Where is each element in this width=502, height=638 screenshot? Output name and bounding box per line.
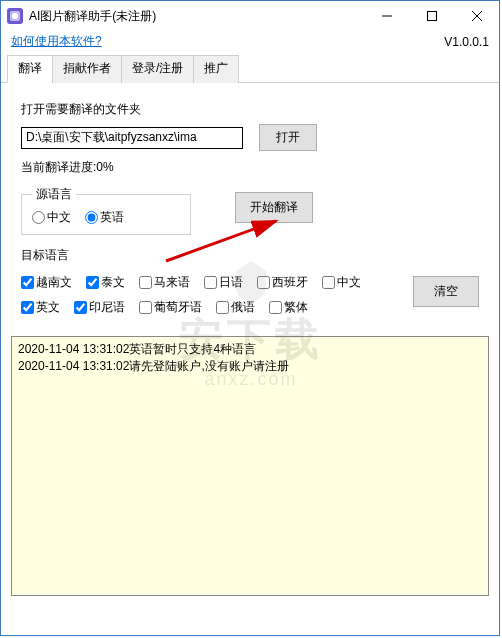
maximize-button[interactable]: [409, 2, 454, 30]
close-button[interactable]: [454, 2, 499, 30]
check-spanish[interactable]: 西班牙: [257, 274, 308, 291]
check-indonesian[interactable]: 印尼语: [74, 299, 125, 316]
app-icon: [7, 8, 23, 24]
help-link[interactable]: 如何使用本软件?: [11, 33, 102, 50]
radio-chinese[interactable]: 中文: [32, 209, 71, 226]
folder-path-input[interactable]: [21, 127, 243, 149]
check-chinese[interactable]: 中文: [322, 274, 361, 291]
tab-donate[interactable]: 捐献作者: [52, 55, 122, 83]
tab-promo[interactable]: 推广: [193, 55, 239, 83]
check-malay[interactable]: 马来语: [139, 274, 190, 291]
version-label: V1.0.0.1: [444, 35, 489, 49]
open-button[interactable]: 打开: [259, 124, 317, 151]
titlebar: AI图片翻译助手(未注册): [1, 1, 499, 31]
check-traditional[interactable]: 繁体: [269, 299, 308, 316]
tab-login[interactable]: 登录/注册: [121, 55, 194, 83]
start-translate-button[interactable]: 开始翻译: [235, 192, 313, 223]
minimize-button[interactable]: [364, 2, 409, 30]
log-area[interactable]: 2020-11-04 13:31:02英语暂时只支持4种语言 2020-11-0…: [11, 336, 489, 596]
source-lang-legend: 源语言: [32, 186, 76, 203]
check-vietnamese[interactable]: 越南文: [21, 274, 72, 291]
tab-translate[interactable]: 翻译: [7, 55, 53, 83]
svg-rect-3: [427, 12, 436, 21]
check-russian[interactable]: 俄语: [216, 299, 255, 316]
radio-english[interactable]: 英语: [85, 209, 124, 226]
check-japanese[interactable]: 日语: [204, 274, 243, 291]
clear-button[interactable]: 清空: [413, 276, 479, 307]
folder-label: 打开需要翻译的文件夹: [21, 101, 479, 118]
target-lang-label: 目标语言: [21, 247, 479, 264]
progress-text: 当前翻译进度:0%: [21, 159, 479, 176]
window-title: AI图片翻译助手(未注册): [29, 8, 364, 25]
check-portuguese[interactable]: 葡萄牙语: [139, 299, 202, 316]
svg-point-1: [12, 13, 18, 19]
check-thai[interactable]: 泰文: [86, 274, 125, 291]
check-english[interactable]: 英文: [21, 299, 60, 316]
tab-bar: 翻译 捐献作者 登录/注册 推广: [1, 54, 499, 83]
